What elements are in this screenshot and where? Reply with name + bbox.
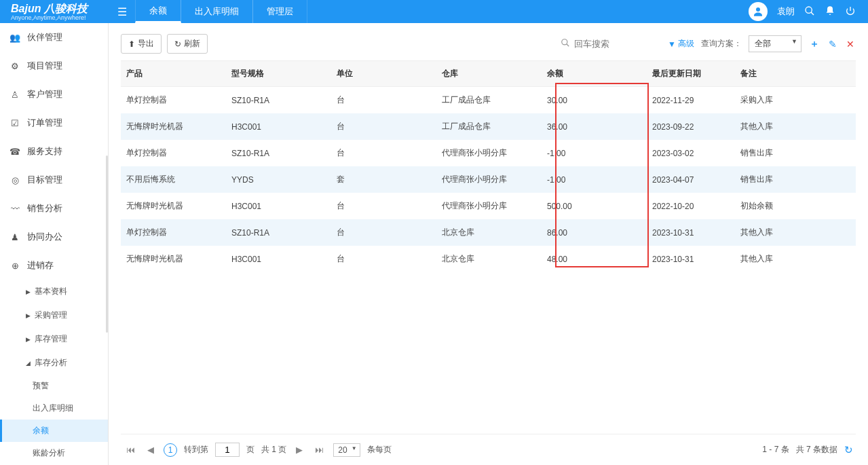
table-cell: -1.00 (542, 166, 647, 193)
tab-inout-detail[interactable]: 出入库明细 (181, 0, 253, 23)
th-unit[interactable]: 单位 (331, 61, 436, 87)
table-cell: 其他入库 (735, 246, 856, 272)
avatar-icon[interactable] (749, 2, 768, 21)
pager-next-icon[interactable]: ▶ (293, 443, 305, 456)
target-icon: ◎ (10, 175, 20, 185)
table-cell: 销售出库 (735, 166, 856, 193)
sidebar-item-customer[interactable]: ♙客户管理 (0, 80, 108, 109)
pager-page-input[interactable] (215, 443, 240, 457)
table-row[interactable]: 无悔牌时光机器H3C001台代理商张小明分库500.002022-10-20初始… (121, 193, 856, 219)
pager-range: 1 - 7 条 (762, 444, 789, 455)
table-cell: 500.00 (542, 193, 647, 219)
table-cell: 2023-09-22 (647, 113, 735, 140)
caret-right-icon: ▶ (26, 312, 31, 319)
sidebar-sub2-warning[interactable]: 预警 (0, 375, 108, 397)
table-row[interactable]: 单灯控制器SZ10-R1A台工厂成品仓库30.002022-11-29采购入库 (121, 87, 856, 114)
th-balance[interactable]: 余额 (542, 61, 647, 87)
balance-table: 产品 型号规格 单位 仓库 余额 最后更新日期 备注 单灯控制器SZ10-R1A… (121, 61, 856, 272)
sidebar-item-office[interactable]: ♟协同办公 (0, 223, 108, 251)
table-row[interactable]: 不用后悔系统YYDS套代理商张小明分库-1.002023-04-07销售出库 (121, 166, 856, 193)
menu-toggle-icon[interactable]: ☰ (109, 5, 136, 18)
search-icon[interactable] (804, 5, 815, 18)
th-product[interactable]: 产品 (121, 61, 226, 87)
export-button[interactable]: ⬆导出 (121, 34, 162, 54)
table-cell: 初始余额 (735, 193, 856, 219)
svg-point-1 (806, 7, 812, 13)
caret-right-icon: ▶ (26, 289, 31, 295)
table-cell: 工厂成品仓库 (436, 87, 542, 114)
table-cell: 台 (331, 193, 436, 219)
office-icon: ♟ (10, 232, 20, 242)
add-icon[interactable]: ＋ (808, 37, 820, 52)
pager-prev-icon[interactable]: ◀ (145, 443, 157, 456)
table-cell: 其他入库 (735, 113, 856, 140)
table-cell: 单灯控制器 (121, 87, 226, 114)
table-row[interactable]: 单灯控制器SZ10-R1A台代理商张小明分库-1.002023-03-02销售出… (121, 140, 856, 166)
tab-balance[interactable]: 余额 (135, 0, 181, 23)
sidebar-item-order[interactable]: ☑订单管理 (0, 109, 108, 137)
sidebar-item-inventory[interactable]: ⊕进销存 (0, 251, 108, 280)
pager-total-records: 共 7 条数据 (796, 444, 837, 455)
sidebar-sub-basic[interactable]: ▶基本资料 (0, 280, 108, 303)
pager-first-icon[interactable]: ⏮ (124, 443, 138, 456)
sidebar-sub-stock[interactable]: ▶库存管理 (0, 327, 108, 351)
table-cell: 48.00 (542, 246, 647, 272)
table-cell: 不用后悔系统 (121, 166, 226, 193)
table-cell: 北京仓库 (436, 246, 542, 272)
edit-icon[interactable]: ✎ (827, 37, 838, 51)
table-row[interactable]: 无悔牌时光机器H3C001台工厂成品仓库36.002023-09-22其他入库 (121, 113, 856, 140)
sidebar-item-project[interactable]: ⚙项目管理 (0, 52, 108, 80)
table-cell: 2023-10-31 (647, 246, 735, 272)
sidebar-sub2-inout[interactable]: 出入库明细 (0, 397, 108, 420)
table-cell: -1.00 (542, 140, 647, 166)
refresh-icon: ↻ (174, 39, 181, 49)
pager-total-pages: 共 1 页 (261, 444, 286, 455)
tab-management[interactable]: 管理层 (252, 0, 307, 23)
plan-select[interactable]: 全部 (749, 35, 801, 52)
table-cell: 台 (331, 219, 436, 246)
th-date[interactable]: 最后更新日期 (647, 61, 735, 87)
search-input[interactable] (573, 36, 661, 52)
power-icon[interactable] (845, 5, 856, 18)
table-row[interactable]: 无悔牌时光机器H3C001台北京仓库48.002023-10-31其他入库 (121, 246, 856, 272)
partner-icon: 👥 (10, 33, 20, 43)
refresh-button[interactable]: ↻刷新 (167, 34, 208, 54)
sidebar-item-sales[interactable]: 〰销售分析 (0, 194, 108, 223)
pager-refresh-icon[interactable]: ↻ (844, 444, 853, 456)
sidebar-sub-purchase[interactable]: ▶采购管理 (0, 303, 108, 327)
table-cell: H3C001 (226, 193, 331, 219)
order-icon: ☑ (10, 118, 20, 128)
sidebar-item-target[interactable]: ◎目标管理 (0, 166, 108, 194)
table-cell: 代理商张小明分库 (436, 193, 542, 219)
plan-label: 查询方案： (701, 38, 742, 50)
user-name[interactable]: 袁朗 (777, 5, 795, 18)
table-cell: 无悔牌时光机器 (121, 113, 226, 140)
bell-icon[interactable] (825, 5, 835, 18)
pager-size-select[interactable]: 20 (333, 443, 360, 457)
table-cell: YYDS (226, 166, 331, 193)
caret-right-icon: ▶ (26, 336, 31, 343)
th-model[interactable]: 型号规格 (226, 61, 331, 87)
sidebar-sub2-aging[interactable]: 账龄分析 (0, 442, 108, 464)
sidebar-item-partner[interactable]: 👥伙伴管理 (0, 23, 108, 52)
sidebar-item-service[interactable]: ☎服务支持 (0, 137, 108, 166)
advanced-search-link[interactable]: ▼高级 (668, 38, 694, 50)
table-cell: 代理商张小明分库 (436, 166, 542, 193)
table-cell: H3C001 (226, 246, 331, 272)
th-note[interactable]: 备注 (735, 61, 856, 87)
chart-icon: 〰 (10, 204, 20, 214)
table-cell: 台 (331, 140, 436, 166)
table-cell: 2022-11-29 (647, 87, 735, 114)
table-cell: 台 (331, 113, 436, 140)
table-row[interactable]: 单灯控制器SZ10-R1A台北京仓库86.002023-10-31其他入库 (121, 219, 856, 246)
table-cell: 86.00 (542, 219, 647, 246)
sidebar-sub-analysis[interactable]: ◢库存分析 (0, 351, 108, 375)
th-warehouse[interactable]: 仓库 (436, 61, 542, 87)
pager-last-icon[interactable]: ⏭ (312, 443, 326, 456)
table-cell: 单灯控制器 (121, 219, 226, 246)
svg-point-3 (562, 39, 567, 45)
table-cell: 2023-03-02 (647, 140, 735, 166)
sidebar-sub2-balance[interactable]: 余额 (0, 420, 108, 442)
delete-icon[interactable]: ✕ (845, 37, 856, 51)
table-cell: SZ10-R1A (226, 87, 331, 114)
